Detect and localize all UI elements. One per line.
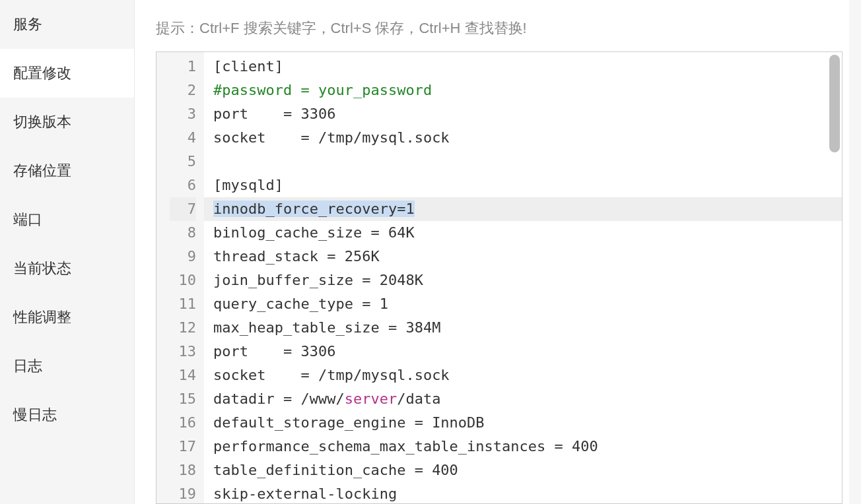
line-number: 17 (170, 435, 196, 458)
sidebar-item-8[interactable]: 慢日志 (0, 391, 134, 439)
sidebar: 服务配置修改切换版本存储位置端口当前状态性能调整日志慢日志 (0, 0, 135, 504)
code-line[interactable]: binlog_cache_size = 64K (213, 221, 842, 245)
code-token: join_buffer_size = 2048K (213, 272, 423, 288)
line-number: 4 (170, 126, 196, 150)
code-token: skip-external-locking (213, 486, 397, 502)
line-number: 11 (170, 292, 196, 316)
sidebar-item-4[interactable]: 端口 (0, 195, 134, 244)
line-number: 5 (170, 150, 196, 173)
code-token: server (345, 391, 397, 407)
code-line[interactable]: datadir = /www/server/data (213, 387, 842, 411)
sidebar-item-7[interactable]: 日志 (0, 342, 134, 391)
code-line[interactable]: query_cache_type = 1 (213, 292, 842, 316)
line-number: 8 (170, 221, 196, 245)
line-number: 10 (170, 268, 196, 292)
sidebar-item-2[interactable]: 切换版本 (0, 98, 134, 146)
code-token: socket = /tmp/mysql.sock (213, 367, 450, 383)
code-line[interactable]: [client] (213, 55, 842, 79)
code-token: port = 3306 (213, 343, 335, 360)
code-line[interactable]: join_buffer_size = 2048K (213, 268, 842, 292)
code-line[interactable]: thread_stack = 256K (213, 245, 842, 268)
code-line[interactable]: [mysqld] (213, 173, 842, 197)
code-editor[interactable]: 12345678910111213141516171819 [client]#p… (156, 52, 842, 503)
code-token: /data (397, 391, 440, 407)
line-number: 16 (170, 411, 196, 435)
code-line[interactable]: performance_schema_max_table_instances =… (213, 435, 842, 458)
code-line[interactable]: socket = /tmp/mysql.sock (213, 363, 842, 387)
code-line[interactable]: skip-external-locking (213, 482, 842, 504)
line-number: 2 (170, 79, 196, 102)
code-token: innodb_force_recovery=1 (213, 201, 415, 217)
right-edge-strip (849, 0, 861, 504)
code-token: port = 3306 (213, 106, 335, 122)
scrollbar-thumb[interactable] (829, 55, 840, 152)
line-number: 1 (170, 55, 196, 79)
code-token: table_definition_cache = 400 (213, 462, 458, 478)
code-line[interactable]: default_storage_engine = InnoDB (213, 411, 842, 435)
line-number: 19 (170, 482, 196, 504)
code-line[interactable] (213, 150, 842, 173)
code-token: #password = your_password (213, 82, 432, 98)
code-line[interactable]: #password = your_password (213, 79, 842, 102)
code-token: [client] (213, 58, 283, 75)
sidebar-item-0[interactable]: 服务 (0, 0, 134, 49)
code-token: default_storage_engine = InnoDB (213, 414, 485, 431)
line-number: 6 (170, 173, 196, 197)
sidebar-item-6[interactable]: 性能调整 (0, 293, 134, 342)
sidebar-item-1[interactable]: 配置修改 (0, 49, 134, 98)
line-number: 13 (170, 340, 196, 363)
code-line[interactable]: port = 3306 (213, 102, 842, 126)
editor-container: 12345678910111213141516171819 [client]#p… (156, 51, 843, 504)
code-token: datadir = /www/ (213, 391, 345, 407)
line-number: 7 (170, 197, 196, 221)
code-line[interactable]: innodb_force_recovery=1 (213, 197, 842, 221)
code-line[interactable]: port = 3306 (213, 340, 842, 363)
code-line[interactable]: socket = /tmp/mysql.sock (213, 126, 842, 150)
code-token: binlog_cache_size = 64K (213, 224, 415, 241)
line-number: 3 (170, 102, 196, 126)
code-token: socket = /tmp/mysql.sock (213, 129, 450, 146)
line-number: 12 (170, 316, 196, 340)
code-token: max_heap_table_size = 384M (213, 319, 440, 336)
line-number: 9 (170, 245, 196, 268)
code-content[interactable]: [client]#password = your_passwordport = … (204, 52, 842, 503)
code-token: query_cache_type = 1 (213, 296, 388, 312)
app-container: 服务配置修改切换版本存储位置端口当前状态性能调整日志慢日志 提示：Ctrl+F … (0, 0, 861, 504)
main-panel: 提示：Ctrl+F 搜索关键字，Ctrl+S 保存，Ctrl+H 查找替换! 1… (135, 0, 861, 504)
line-number: 18 (170, 458, 196, 482)
code-token: performance_schema_max_table_instances =… (213, 438, 598, 455)
line-number-gutter: 12345678910111213141516171819 (156, 52, 204, 503)
hint-text: 提示：Ctrl+F 搜索关键字，Ctrl+S 保存，Ctrl+H 查找替换! (135, 0, 861, 51)
line-number: 15 (170, 387, 196, 411)
line-number: 14 (170, 363, 196, 387)
sidebar-item-3[interactable]: 存储位置 (0, 146, 134, 195)
code-token: [mysqld] (213, 177, 283, 193)
code-line[interactable]: table_definition_cache = 400 (213, 458, 842, 482)
code-line[interactable]: max_heap_table_size = 384M (213, 316, 842, 340)
code-token: thread_stack = 256K (213, 248, 380, 265)
sidebar-item-5[interactable]: 当前状态 (0, 244, 134, 293)
